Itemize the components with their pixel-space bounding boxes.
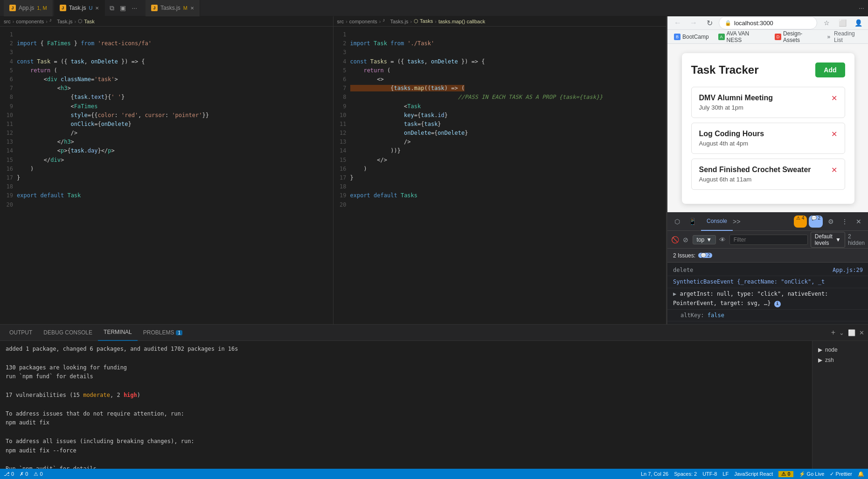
star-button[interactable]: ☆ bbox=[820, 16, 833, 29]
encoding[interactable]: UTF-8 bbox=[702, 471, 717, 477]
inspect-element-btn[interactable]: ⬡ bbox=[671, 215, 683, 228]
split-view-icon[interactable]: ▣ bbox=[120, 4, 126, 12]
task-date-1: August 4th at 4pm bbox=[699, 140, 831, 147]
extension-button[interactable]: ⬜ bbox=[836, 16, 849, 29]
devtools-tab-console[interactable]: Console bbox=[701, 212, 733, 231]
language-mode[interactable]: JavaScript React bbox=[734, 471, 773, 477]
task-name-1: Log Coding Hours bbox=[699, 130, 831, 138]
back-button[interactable]: ← bbox=[671, 16, 684, 29]
app-preview: Task Tracker Add DMV Alumni Meeting July… bbox=[667, 44, 868, 213]
terminal-split-btn[interactable]: ⌄ bbox=[839, 329, 844, 336]
task-info-0: DMV Alumni Meeting July 30th at 1pm bbox=[699, 94, 831, 111]
bookmark-design[interactable]: D Design-Assets bbox=[772, 29, 821, 44]
forward-button[interactable]: → bbox=[687, 16, 700, 29]
bc-components-left: components bbox=[16, 19, 44, 24]
task-date-0: July 30th at 1pm bbox=[699, 104, 831, 111]
terminal-sidebar-node[interactable]: ▶ node bbox=[812, 345, 868, 355]
issues-badge: 💬 2 bbox=[698, 253, 712, 258]
hidden-count: 2 hidden bbox=[848, 233, 865, 246]
app-title: Task Tracker bbox=[691, 63, 759, 76]
warn-badge: ⚠ 4 bbox=[794, 215, 806, 228]
bookmark-bootcamp[interactable]: B BootCamp bbox=[671, 33, 712, 41]
top-bar-actions: ··· bbox=[859, 4, 864, 12]
console-entry-syntheticevent: SyntheticBaseEvent {_reactName: "onClick… bbox=[667, 276, 868, 288]
golive-btn[interactable]: ⚡ Go Live bbox=[799, 471, 825, 477]
console-entry-delete: delete App.js:29 bbox=[667, 264, 868, 276]
errors-count[interactable]: ✗ 0 bbox=[20, 471, 28, 477]
javascript-react-warn: ⚠ 0 bbox=[778, 471, 793, 477]
issues-bar: 2 Issues: 💬 2 bbox=[667, 249, 868, 263]
terminal-actions: + ⌄ ⬜ ✕ bbox=[831, 328, 864, 337]
terminal-tab-problems[interactable]: PROBLEMS 1 bbox=[138, 325, 188, 341]
warnings-count[interactable]: ⚠ 0 bbox=[34, 471, 42, 477]
devtools-settings-btn[interactable]: ⚙ bbox=[825, 215, 837, 228]
terminal-tab-terminal[interactable]: TERMINAL bbox=[98, 325, 138, 341]
task-tracker-app: Task Tracker Add DMV Alumni Meeting July… bbox=[682, 53, 854, 204]
tab-tasksjs[interactable]: J Tasks.js M ✕ bbox=[146, 0, 200, 16]
terminal-close-btn[interactable]: ✕ bbox=[859, 329, 864, 336]
console-entry-altkey: altKey: false bbox=[667, 310, 868, 321]
more-actions-icon[interactable]: ··· bbox=[859, 4, 864, 12]
right-line-numbers: 1234567891011121314151617181920 bbox=[333, 27, 350, 324]
terminal-tab-output[interactable]: OUTPUT bbox=[4, 325, 38, 341]
taskjs-icon: J bbox=[60, 5, 66, 11]
reload-button[interactable]: ↻ bbox=[703, 16, 716, 29]
bookmark-ava[interactable]: A AVA VAN NESS bbox=[715, 29, 768, 44]
line-ending[interactable]: LF bbox=[722, 471, 729, 477]
console-entry-expand: ▶ argetInst: null, type: "click", native… bbox=[667, 288, 868, 310]
log-levels-dropdown[interactable]: Default levels ▼ bbox=[811, 232, 845, 248]
devtools-more-btn[interactable]: ⋮ bbox=[839, 215, 851, 228]
clear-console-btn[interactable]: 🚫 bbox=[671, 234, 679, 246]
tasksjs-close[interactable]: ✕ bbox=[190, 6, 194, 11]
tasksjs-icon: J bbox=[151, 5, 158, 11]
add-task-button[interactable]: Add bbox=[815, 62, 845, 77]
address-bar[interactable]: 🔒 localhost:3000 bbox=[719, 16, 817, 29]
bc-file-left: J Task.js bbox=[49, 18, 73, 24]
task-delete-1[interactable]: ✕ bbox=[831, 130, 837, 139]
right-code-area[interactable]: 1234567891011121314151617181920 import T… bbox=[333, 27, 667, 324]
terminal-tab-debug[interactable]: DEBUG CONSOLE bbox=[38, 325, 98, 341]
filter-toggle-btn[interactable]: ⊘ bbox=[682, 234, 690, 246]
terminal-maximize-btn[interactable]: ⬜ bbox=[848, 329, 855, 336]
notification-btn[interactable]: 🔔 bbox=[858, 471, 864, 477]
device-toolbar-btn[interactable]: 📱 bbox=[686, 215, 698, 228]
add-terminal-btn[interactable]: + bbox=[831, 328, 835, 337]
bookmarks-more[interactable]: » bbox=[827, 34, 830, 40]
eye-button[interactable]: 👁 bbox=[719, 234, 727, 246]
browser-panel: ← → ↻ 🔒 localhost:3000 ☆ ⬜ 👤 B bbox=[667, 16, 868, 212]
status-right: Ln 7, Col 26 Spaces: 2 UTF-8 LF JavaScri… bbox=[641, 471, 864, 477]
git-branch[interactable]: ⎇ 0 bbox=[4, 471, 14, 477]
console-scope-dropdown[interactable]: top ▼ bbox=[693, 235, 716, 244]
split-editor-icon[interactable]: ⧉ bbox=[110, 4, 114, 12]
task-item-0: DMV Alumni Meeting July 30th at 1pm ✕ bbox=[691, 87, 845, 118]
bookmarks-bar: B BootCamp A AVA VAN NESS D Design-Asset… bbox=[667, 30, 868, 44]
more-icon[interactable]: ··· bbox=[132, 4, 137, 12]
terminal-zsh-icon: ▶ bbox=[818, 357, 822, 363]
console-filter-input[interactable] bbox=[729, 235, 808, 245]
terminal-sidebar: ▶ node ▶ zsh bbox=[812, 341, 868, 469]
devtools-tabs-more[interactable]: >> bbox=[733, 218, 740, 225]
profile-button[interactable]: 👤 bbox=[852, 16, 865, 29]
taskjs-close[interactable]: ✕ bbox=[95, 6, 99, 11]
left-code: import { FaTimes } from 'react-icons/fa'… bbox=[17, 27, 333, 324]
tab-appjs[interactable]: J App.js 1, M bbox=[4, 0, 53, 16]
console-output[interactable]: delete App.js:29 SyntheticBaseEvent {_re… bbox=[667, 263, 868, 324]
bc-callback-right: tasks.map() callback bbox=[438, 19, 485, 24]
console-link-appjs[interactable]: App.js:29 bbox=[833, 265, 863, 275]
left-breadcrumb: src › components › J Task.js › ⬡ Task bbox=[0, 16, 333, 27]
indentation[interactable]: Spaces: 2 bbox=[674, 471, 697, 477]
lock-icon: 🔒 bbox=[725, 20, 731, 26]
devtools-close-btn[interactable]: ✕ bbox=[853, 215, 865, 228]
url-text: localhost:3000 bbox=[734, 20, 773, 27]
bc-src-left: src bbox=[4, 19, 11, 24]
task-delete-2[interactable]: ✕ bbox=[831, 166, 837, 174]
left-code-area[interactable]: 1234567891011121314151617181920 import {… bbox=[0, 27, 333, 324]
cursor-position[interactable]: Ln 7, Col 26 bbox=[641, 471, 668, 477]
terminal-sidebar-zsh[interactable]: ▶ zsh bbox=[812, 355, 868, 365]
terminal-main[interactable]: added 1 package, changed 6 packages, and… bbox=[0, 341, 812, 469]
prettier-btn[interactable]: ✓ Prettier bbox=[830, 471, 852, 477]
devtools-tabs: Console >> bbox=[701, 212, 791, 231]
tab-taskjs[interactable]: J Task.js U ✕ bbox=[54, 0, 105, 16]
reading-list-btn[interactable]: Reading List bbox=[834, 30, 865, 43]
task-delete-0[interactable]: ✕ bbox=[831, 94, 837, 103]
